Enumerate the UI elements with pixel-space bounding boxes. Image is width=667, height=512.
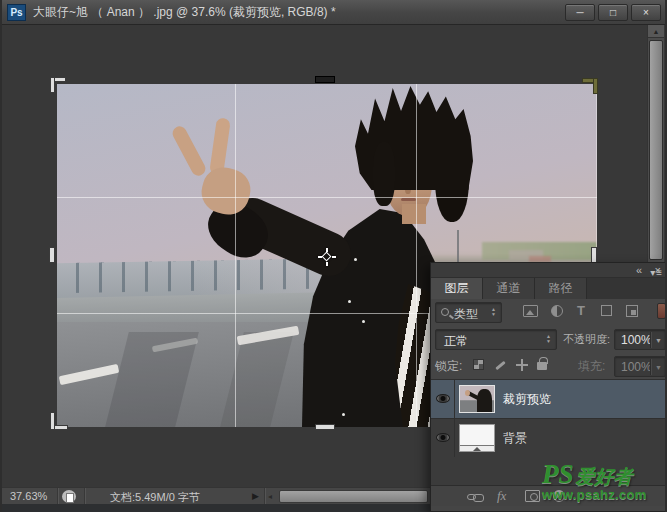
fill-label: 填充:	[578, 358, 605, 375]
layer-thumbnail[interactable]	[459, 385, 495, 413]
layer-thumbnail[interactable]	[459, 424, 495, 452]
blend-mode-row: 正常 ▲▼ 不透明度: 100% ▼	[431, 326, 667, 353]
vertical-scrollbar[interactable]: ▲	[647, 25, 664, 262]
jacket-stud	[354, 258, 357, 261]
fill-value-field[interactable]: 100% ▼	[614, 356, 666, 377]
status-bar: 37.63% 文档:5.49M/0 字节 ▶ ◂	[2, 487, 430, 504]
search-icon	[441, 308, 449, 316]
lock-all-icon[interactable]	[537, 362, 547, 370]
watermark-url: www.psahz.com	[542, 488, 667, 501]
blend-mode-select[interactable]: 正常 ▲▼	[435, 329, 557, 350]
filter-toggle-switch[interactable]	[657, 303, 666, 319]
person-neck	[402, 204, 426, 224]
peace-sign-finger	[170, 124, 208, 178]
tab-layers[interactable]: 图层	[431, 278, 483, 299]
filter-kind-select[interactable]: 类型 ▲▼	[435, 302, 502, 323]
layer-filter-row: 类型 ▲▼ T	[431, 299, 667, 326]
crop-handle-top-center[interactable]	[315, 76, 335, 83]
panel-header-bar: « ×	[431, 263, 667, 278]
layer-name[interactable]: 背景	[503, 430, 527, 447]
close-button[interactable]: ×	[631, 4, 661, 21]
horizontal-scroll-thumb[interactable]	[279, 490, 428, 503]
layer-name[interactable]: 裁剪预览	[503, 391, 551, 408]
crop-handle-bottom-left[interactable]	[50, 412, 55, 430]
jacket-stud	[362, 320, 365, 323]
site-watermark: PS 爱好者 www.psahz.com	[542, 461, 667, 501]
jacket-stud	[348, 300, 351, 303]
document-size-info: 文档:5.49M/0 字节	[110, 490, 200, 505]
title-bar[interactable]: Ps 大眼仔~旭 （ Anan ） .jpg @ 37.6% (裁剪预览, RG…	[2, 0, 667, 25]
light-pole	[457, 230, 459, 266]
filter-shape-layers-icon[interactable]	[601, 305, 612, 316]
minimize-button[interactable]: ─	[565, 4, 595, 21]
panel-tab-bar: 图层 通道 路径	[431, 278, 667, 299]
link-layers-icon[interactable]	[467, 494, 476, 500]
scroll-left-icon[interactable]: ◂	[268, 492, 272, 501]
watermark-brand: PS	[542, 461, 574, 488]
lock-transparency-icon[interactable]	[473, 359, 484, 370]
maximize-button[interactable]: □	[598, 4, 628, 21]
layer-style-fx-icon[interactable]: fx	[497, 488, 506, 504]
photoshop-app-icon: Ps	[7, 4, 26, 21]
crop-move-cursor-icon	[319, 249, 335, 265]
vertical-scroll-thumb[interactable]	[649, 40, 663, 260]
scroll-up-icon[interactable]: ▲	[648, 25, 664, 38]
jacket-stud	[342, 413, 345, 416]
filter-pixel-layers-icon[interactable]	[523, 305, 538, 317]
lock-label: 锁定:	[435, 358, 462, 375]
document-status-icon	[62, 490, 76, 503]
panel-menu-icon[interactable]: ▾≡	[650, 267, 663, 278]
crop-grid-vertical-line	[235, 84, 236, 427]
crop-handle-bottom-center[interactable]	[315, 424, 335, 430]
collapse-panel-icon[interactable]: «	[636, 263, 642, 277]
photoshop-window: Ps 大眼仔~旭 （ Anan ） .jpg @ 37.6% (裁剪预览, RG…	[0, 0, 667, 512]
lock-position-icon[interactable]	[516, 359, 528, 371]
tab-paths[interactable]: 路径	[535, 278, 587, 299]
filter-adjustment-layers-icon[interactable]	[551, 305, 563, 317]
lock-pixels-icon[interactable]	[494, 359, 506, 371]
add-layer-mask-icon[interactable]	[525, 490, 540, 502]
crop-grid-horizontal-line	[57, 197, 597, 198]
filter-type-layers-icon[interactable]: T	[577, 303, 585, 318]
chevron-down-icon[interactable]: ▼	[655, 364, 662, 371]
crop-handle-left-center[interactable]	[49, 247, 55, 263]
opacity-label: 不透明度:	[563, 332, 610, 347]
document-title: 大眼仔~旭 （ Anan ） .jpg @ 37.6% (裁剪预览, RGB/8…	[33, 0, 336, 25]
opacity-value-field[interactable]: 100% ▼	[614, 329, 666, 350]
tab-channels[interactable]: 通道	[483, 278, 535, 299]
crop-handle-top-left[interactable]	[50, 77, 55, 93]
lock-row: 锁定: 填充: 100% ▼	[431, 353, 667, 379]
crop-handle-top-right[interactable]	[593, 78, 598, 94]
crop-grid-vertical-line	[416, 84, 417, 427]
layer-row-crop-preview[interactable]: 裁剪预览	[431, 380, 667, 418]
layer-row-background[interactable]: 背景	[431, 418, 667, 456]
visibility-eye-icon[interactable]	[436, 394, 450, 403]
zoom-level-field[interactable]: 37.63%	[10, 490, 47, 502]
chevron-down-icon[interactable]: ▼	[655, 337, 662, 344]
crop-handle-right-center[interactable]	[591, 247, 597, 263]
filter-smart-objects-icon[interactable]	[626, 305, 638, 317]
status-flyout-icon[interactable]: ▶	[252, 491, 259, 501]
visibility-eye-icon[interactable]	[436, 433, 450, 442]
